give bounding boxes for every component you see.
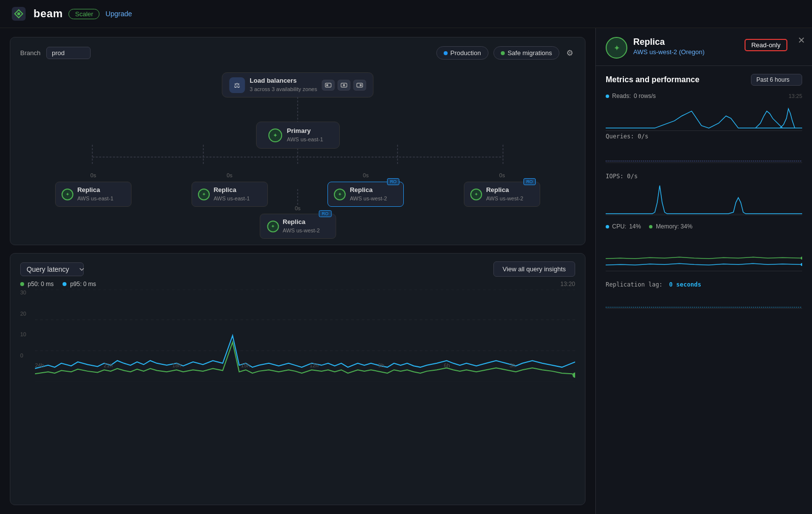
- chart-y-labels: 30 20 10 0: [20, 289, 35, 358]
- replication-lag-value: 0 seconds: [669, 281, 701, 288]
- svg-rect-5: [343, 84, 345, 86]
- bottom-replica-title: Replica: [283, 218, 320, 225]
- primary-text: Primary AWS us-east-1: [287, 127, 324, 143]
- replica-4-latency: 0s: [499, 172, 505, 178]
- lb-controls: [322, 80, 366, 91]
- replica-3-subtitle: AWS us-west-2: [350, 195, 387, 201]
- p95-label: p95:: [70, 281, 81, 288]
- y-label-0: 0: [20, 353, 35, 358]
- y-label-30: 30: [20, 289, 35, 295]
- topology-diagram: ⚖ Load balancers 3 across 3 availability…: [20, 68, 575, 236]
- right-panel: ✦ Replica AWS us-west-2 (Oregon) Read-on…: [595, 28, 812, 514]
- reads-timestamp: 13:25: [788, 93, 802, 99]
- bottom-replica-latency: 0s: [295, 205, 301, 211]
- reads-dot: [606, 95, 609, 98]
- reads-chart: [606, 101, 802, 131]
- svg-rect-7: [360, 84, 362, 86]
- reads-metric: Reads: 0 rows/s 13:25 Queries: 0/s: [606, 93, 802, 163]
- safe-migrations-label: Safe migrations: [508, 49, 552, 57]
- bottom-replica-node[interactable]: 0s RO ✦ Replica AWS us-west-2: [260, 214, 336, 239]
- bottom-replica-icon: ✦: [267, 221, 279, 232]
- replica-1-title: Replica: [77, 186, 114, 193]
- primary-node[interactable]: ✦ Primary AWS us-east-1: [256, 122, 340, 149]
- read-only-badge: Read-only: [745, 39, 787, 51]
- close-button[interactable]: ✕: [798, 35, 805, 46]
- svg-point-20: [573, 373, 575, 378]
- replica-2-title: Replica: [214, 186, 250, 193]
- cpu-memory-header: CPU: 14% Memory: 34%: [606, 223, 802, 230]
- replica-node-4[interactable]: 0s RO ✦ Replica AWS us-west-2: [464, 182, 540, 207]
- x-24h: 24h: [35, 362, 44, 368]
- replica-avatar: ✦: [606, 37, 627, 59]
- replica-4-icon: ✦: [470, 189, 482, 200]
- replica-title: Replica: [633, 37, 705, 47]
- safe-migrations-dot: [501, 51, 505, 55]
- branch-select[interactable]: prod: [46, 47, 91, 59]
- p95-value: 0 ms: [83, 281, 96, 288]
- top-nav: beam Scaler Upgrade: [0, 0, 812, 28]
- reads-header: Reads: 0 rows/s 13:25: [606, 93, 802, 99]
- left-panel: Branch prod Production Safe migrations ⚙: [0, 28, 595, 514]
- main-area: Branch prod Production Safe migrations ⚙: [0, 28, 812, 514]
- queries-label: Queries: 0/s: [606, 131, 802, 141]
- memory-value: 34%: [681, 223, 692, 230]
- replica-node-1[interactable]: 0s ✦ Replica AWS us-east-1: [55, 182, 131, 207]
- replica-1-icon: ✦: [62, 189, 73, 200]
- replica-3-latency: 0s: [363, 172, 369, 178]
- logo-text: beam: [33, 7, 63, 20]
- bottom-replica-text: Replica AWS us-west-2: [283, 218, 320, 234]
- cpu-dot: [606, 225, 609, 228]
- svg-point-23: [801, 263, 802, 266]
- p95-indicator: p95: 0 ms: [63, 281, 96, 288]
- memory-label: Memory:: [656, 223, 679, 230]
- replication-lag-chart: [606, 289, 802, 309]
- replication-lag-metric: Replication lag: 0 seconds: [606, 279, 802, 309]
- branch-label: Branch: [20, 49, 40, 57]
- svg-point-24: [801, 257, 802, 259]
- iops-label: IOPS: 0/s: [606, 171, 802, 181]
- replica-2-subtitle: AWS us-east-1: [214, 195, 250, 201]
- chart-x-labels: 24h 21h 18h 15h 12h 9h 6h 3h: [35, 362, 575, 368]
- query-select[interactable]: Query latency: [20, 262, 84, 276]
- iops-metric: IOPS: 0/s: [606, 171, 802, 215]
- x-3h: 3h: [510, 362, 516, 368]
- query-chart-area: 30 20 10 0: [20, 289, 575, 368]
- view-insights-button[interactable]: View all query insights: [493, 261, 575, 277]
- lb-control-2[interactable]: [338, 80, 351, 91]
- replica-3-icon: ✦: [334, 189, 346, 200]
- logo-icon: [12, 7, 26, 21]
- p50-dot: [20, 282, 24, 286]
- time-select[interactable]: Past 6 hours: [751, 74, 802, 86]
- settings-button[interactable]: ⚙: [564, 46, 575, 60]
- lb-title: Load balancers: [250, 77, 317, 84]
- query-toolbar: Query latency View all query insights: [20, 261, 575, 277]
- load-balancer-text: Load balancers 3 across 3 availability z…: [250, 77, 317, 93]
- lb-control-3[interactable]: [354, 80, 366, 91]
- svg-point-1: [17, 12, 20, 15]
- lb-control-1[interactable]: [322, 80, 335, 91]
- primary-icon: ✦: [268, 128, 282, 142]
- x-12h: 12h: [310, 362, 319, 368]
- replica-node-3[interactable]: 0s RO ✦ Replica AWS us-west-2: [327, 182, 404, 207]
- load-balancer-node: ⚖ Load balancers 3 across 3 availability…: [222, 72, 374, 97]
- replica-node-2[interactable]: 0s ✦ Replica AWS us-east-1: [192, 182, 268, 207]
- iops-chart: [606, 181, 802, 215]
- load-balancer-icon: ⚖: [229, 77, 245, 93]
- topology-card: Branch prod Production Safe migrations ⚙: [10, 37, 585, 245]
- x-9h: 9h: [378, 362, 384, 368]
- upgrade-link[interactable]: Upgrade: [105, 10, 132, 18]
- primary-subtitle: AWS us-east-1: [287, 136, 324, 142]
- replica-4-ro-badge: RO: [523, 178, 536, 185]
- replica-info: Replica AWS us-west-2 (Oregon): [633, 37, 705, 56]
- safe-migrations-badge: Safe migrations: [493, 46, 559, 60]
- x-15h: 15h: [241, 362, 250, 368]
- cpu-chart: [606, 232, 802, 271]
- scaler-badge[interactable]: Scaler: [68, 9, 99, 19]
- replica-row: 0s ✦ Replica AWS us-east-1 0s ✦ Replica …: [20, 182, 575, 207]
- replica-1-text: Replica AWS us-east-1: [77, 186, 114, 202]
- replica-2-latency: 0s: [227, 172, 232, 178]
- replica-2-text: Replica AWS us-east-1: [214, 186, 250, 202]
- replica-1-latency: 0s: [91, 172, 97, 178]
- topology-toolbar: Branch prod Production Safe migrations ⚙: [20, 46, 575, 60]
- p50-value: 0 ms: [41, 281, 54, 288]
